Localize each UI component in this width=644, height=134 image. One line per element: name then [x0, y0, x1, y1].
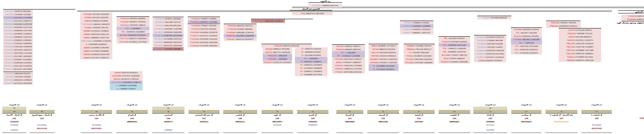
- snp-row[interactable]: FT106903/4607832/4739791: [511, 28, 542, 31]
- kit-number[interactable]: (MK86525): [116, 121, 148, 123]
- snp-row[interactable]: FGC54253/4882458/5014417: [3, 72, 33, 75]
- kit-number-orange[interactable]: (APPG7623341): [546, 121, 578, 123]
- mutation-count-cell[interactable]: 48: [473, 106, 507, 110]
- clan-name[interactable]: آل الصباح: [116, 114, 148, 116]
- snp-row[interactable]: FT461427/28442124/26295977: [224, 38, 256, 41]
- snp-row[interactable]: FGC54275/23411181/21249295: [3, 64, 33, 68]
- clan-index[interactable]: 149: [262, 118, 293, 120]
- snp-row[interactable]: FGC54259/14011453/11890747: [3, 19, 33, 22]
- mutation-count-cell[interactable]: 44: [116, 110, 148, 114]
- snp-row[interactable]: FTC910/14528063/12416264: [404, 54, 434, 58]
- snp-row[interactable]: FT425116/9074100/9236491: [188, 27, 220, 31]
- snp-row[interactable]: FT--/8568438/8700397: [295, 50, 328, 54]
- clan-name[interactable]: آل الشرفا: [336, 114, 363, 116]
- mutation-count-cell[interactable]: 46: [152, 110, 184, 114]
- clan-index[interactable]: 151: [336, 118, 363, 120]
- clan-index[interactable]: 144: [81, 118, 112, 120]
- snp-row[interactable]: FGC86262/23749409/21587523: [474, 36, 506, 39]
- kit-number-blue[interactable]: (LHESX): [2, 129, 26, 131]
- snp-row[interactable]: FTA77892/9520223/9682614: [369, 54, 398, 58]
- snp-row[interactable]: Y106170/21333808/19171922: [559, 55, 601, 58]
- snp-row[interactable]: Y463765/13247651/11091975: [559, 38, 601, 42]
- snp-row[interactable]: FTE--/-/10937079: [511, 41, 542, 44]
- snp-row[interactable]: YP5700/4889100/5021059: [369, 48, 398, 51]
- snp-row[interactable]: FT108277/21544952/19383066: [438, 60, 470, 64]
- snp-row[interactable]: FTB17082/7260231/7392190: [546, 21, 581, 24]
- snp-row[interactable]: BY67931/7820112/7952071: [332, 45, 365, 48]
- snp-row[interactable]: FT--/18658720/16546840: [295, 63, 328, 66]
- snp-row[interactable]: FTB99847/7435688/7567647: [404, 44, 434, 48]
- snp-row[interactable]: FGC58325/8491309/8623268: [153, 24, 184, 27]
- snp-row[interactable]: FTB18254/22908399/20746513: [546, 24, 581, 28]
- snp-row[interactable]: FTB17406/14422750/12302025: [559, 42, 601, 45]
- snp-row[interactable]: FT425629/21213949/19052063: [188, 44, 220, 47]
- snp-row[interactable]: FTC1102/15925799/13813919: [404, 58, 434, 61]
- snp-row[interactable]: FTE--/6915977/7047936: [511, 31, 542, 34]
- snp-row[interactable]: FGC54257/7880819/8012778: [308, 4, 342, 7]
- snp-row[interactable]: A38994/22527201/20365315: [80, 56, 112, 59]
- snp-row[interactable]: FTA18607/15015017/12903105: [369, 58, 398, 61]
- clan-index[interactable]: 143: [29, 118, 54, 120]
- kit-number-blue[interactable]: (CX2VM): [473, 129, 507, 131]
- clan-name[interactable]: آل الخطيب 2: [582, 114, 612, 116]
- snp-row[interactable]: FTE--/23838602/21676716: [438, 50, 470, 54]
- snp-row[interactable]: Y201672/9897775/10060166: [263, 50, 292, 54]
- snp-row[interactable]: FGC54263/15548695/13436815: [3, 32, 33, 36]
- snp-row[interactable]: FT104078/5297089/5429048: [438, 40, 470, 44]
- snp-row[interactable]: FT349782/4805352/4937311: [224, 24, 256, 28]
- snp-row[interactable]: FGC58332/4714029/4845988: [153, 47, 184, 50]
- snp-row[interactable]: FGC58331/28743735/26597588: [153, 44, 184, 47]
- snp-row[interactable]: B419/7750676/7882635: [438, 57, 470, 60]
- snp-row[interactable]: FTF65615/19432744/17320864: [332, 64, 365, 67]
- clan-name[interactable]: آل نورالدين: [511, 114, 542, 116]
- snp-row[interactable]: FTB99910/7932158/8064117: [404, 48, 434, 51]
- snp-row[interactable]: A38990/14933149/12821214: [80, 32, 112, 36]
- clan-index[interactable]: 145: [116, 118, 148, 120]
- snp-row[interactable]: FT445942/13587637/11431961: [188, 20, 220, 24]
- mutation-count-cell[interactable]: 55: [262, 110, 293, 114]
- snp-row[interactable]: FTB18259/22983314/20821428: [559, 58, 601, 62]
- clan-name[interactable]: آل نعمة الله الجزائري: [188, 114, 220, 116]
- snp-row[interactable]: A38993/21531848/19369962: [80, 49, 112, 53]
- snp-row[interactable]: FTA12429/19081791/16969911: [559, 52, 601, 55]
- snp-row[interactable]: FTE--/22604339/20442453: [511, 48, 542, 51]
- snp-row[interactable]: FT425188/14149284/12028578: [188, 31, 220, 34]
- snp-row[interactable]: FGC54267/17102243/14990363: [3, 42, 33, 45]
- snp-row[interactable]: FGC54272/22178142/20016256: [3, 82, 33, 85]
- kit-number[interactable]: (B960281): [439, 121, 470, 123]
- snp-row[interactable]: FTE--/4415678/4547637: [438, 37, 470, 40]
- wgs-id[interactable]: WGS55963: [81, 128, 112, 129]
- snp-row[interactable]: FT117953/17407945/15296065: [404, 61, 434, 64]
- snp-row[interactable]: FTB17530/15589868/13477988: [559, 48, 601, 52]
- kit-number[interactable]: (IN20211): [223, 121, 257, 123]
- snp-row[interactable]: FT404533/4001731/4133690: [622, 14, 644, 18]
- snp-row[interactable]: FT346466/14894368/12782434: [224, 31, 256, 34]
- snp-row[interactable]: FGC54276/28724237/26578090: [3, 68, 33, 71]
- clan-index[interactable]: 148: [223, 118, 257, 120]
- snp-row[interactable]: YFS21152832/19393805/17281925: [80, 39, 112, 42]
- snp-row[interactable]: FGC86266/7287016/7418975: [474, 46, 506, 49]
- kit-number[interactable]: (BP21907): [262, 121, 293, 123]
- clan-name[interactable]: آل البراك - الأحساء: [2, 114, 26, 116]
- snp-row[interactable]: M6955/16288097/14176217: [369, 44, 398, 48]
- snp-row[interactable]: FT--/4994770/5126729: [295, 47, 328, 50]
- clan-name[interactable]: آل العلويات: [439, 114, 470, 116]
- snp-row[interactable]: FGC54258/13315622/11159946: [3, 16, 33, 19]
- wgs-id[interactable]: WGS55968: [582, 128, 612, 129]
- wgs-id[interactable]: WGS10180: [29, 128, 54, 129]
- kit-number[interactable]: (153574): [2, 121, 26, 123]
- snp-row[interactable]: A40592/8297355/8429314: [110, 71, 142, 74]
- mutation-count-cell[interactable]: 47: [511, 110, 542, 114]
- snp-row[interactable]: FT295332/8400371/8532330: [262, 44, 312, 48]
- snp-row[interactable]: FGC58326/13643664/11487988: [153, 27, 184, 30]
- snp-row[interactable]: Y467893/22299316/20137430: [80, 53, 112, 56]
- clan-index[interactable]: 158: [582, 118, 612, 120]
- clan-index[interactable]: 142: [2, 118, 26, 120]
- clan-index[interactable]: 154: [439, 118, 470, 120]
- mutation-count-cell[interactable]: 45: [152, 106, 184, 110]
- snp-row[interactable]: FGC86263/3709509/3841468: [474, 39, 506, 42]
- yfull-id[interactable]: YF119623: [582, 124, 612, 126]
- snp-row[interactable]: FT278582/4607832/10181599: [511, 38, 542, 41]
- mutation-count-cell[interactable]: 51: [403, 110, 434, 114]
- snp-row[interactable]: A36106/8767286/8899245: [559, 35, 601, 38]
